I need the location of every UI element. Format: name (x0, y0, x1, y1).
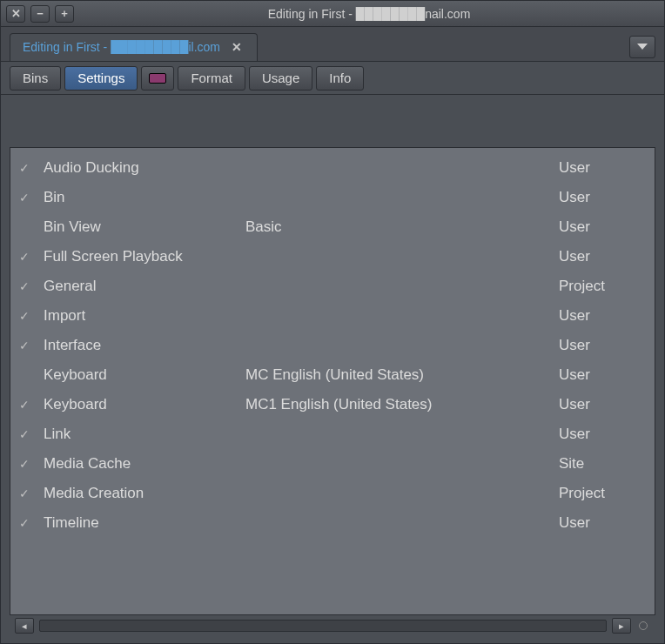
scroll-right-button[interactable]: ▸ (612, 618, 631, 634)
checkmark-icon: ✓ (19, 161, 44, 175)
setting-row[interactable]: Bin ViewBasicUser (19, 212, 646, 242)
tab-format[interactable]: Format (178, 66, 245, 91)
resize-grip[interactable] (636, 619, 650, 633)
scroll-left-button[interactable]: ◂ (15, 618, 34, 634)
checkmark-icon: ✓ (19, 339, 44, 352)
setting-value: MC English (United States) (245, 366, 559, 384)
setting-scope: User (559, 159, 646, 177)
checkmark-icon: ✓ (19, 427, 44, 441)
checkmark-icon: ✓ (19, 486, 44, 500)
setting-scope: User (559, 366, 646, 384)
tab-menu-button[interactable] (629, 36, 655, 58)
setting-name: Timeline (44, 514, 245, 532)
document-tab[interactable]: Editing in First - █████████il.com ✕ (10, 33, 258, 61)
setting-row[interactable]: KeyboardMC English (United States)User (19, 360, 646, 390)
checkmark-icon: ✓ (19, 398, 44, 412)
setting-scope: Project (559, 278, 646, 295)
setting-scope: User (559, 218, 646, 236)
setting-scope: Project (559, 485, 646, 502)
setting-name: Bin View (44, 218, 245, 236)
setting-row[interactable]: ✓InterfaceUser (19, 331, 646, 360)
checkmark-icon: ✓ (19, 516, 44, 530)
checkmark-icon: ✓ (19, 191, 44, 205)
setting-name: Media Creation (44, 485, 245, 502)
setting-row[interactable]: ✓Full Screen PlaybackUser (19, 242, 646, 272)
setting-row[interactable]: ✓Audio DuckingUser (19, 153, 646, 183)
maximize-window-button[interactable]: + (55, 5, 74, 23)
tab-close-icon[interactable]: ✕ (229, 40, 245, 54)
scroll-track[interactable] (39, 620, 607, 632)
document-tab-strip: Editing in First - █████████il.com ✕ (1, 27, 664, 62)
checkmark-icon: ✓ (19, 457, 44, 471)
window-title: Editing in First - ████████nail.com (79, 7, 659, 21)
setting-scope: User (559, 426, 646, 443)
setting-name: Import (44, 307, 245, 325)
setting-row[interactable]: ✓GeneralProject (19, 272, 646, 301)
document-tab-label: Editing in First - █████████il.com (23, 40, 220, 54)
settings-list: ✓Audio DuckingUser✓BinUserBin ViewBasicU… (10, 147, 655, 615)
tab-info[interactable]: Info (316, 66, 364, 91)
setting-name: Keyboard (44, 366, 245, 384)
setting-name: General (44, 278, 245, 295)
setting-value: Basic (245, 218, 559, 236)
minimize-window-button[interactable]: − (30, 5, 50, 23)
setting-scope: User (559, 189, 646, 206)
setting-row[interactable]: ✓BinUser (19, 183, 646, 212)
chevron-down-icon (637, 44, 648, 50)
setting-scope: User (559, 307, 646, 325)
setting-row[interactable]: ✓ImportUser (19, 301, 646, 331)
toolbar: Bins Settings Format Usage Info (1, 62, 664, 95)
setting-row[interactable]: ✓LinkUser (19, 419, 646, 449)
setting-name: Audio Ducking (44, 159, 245, 177)
setting-row[interactable]: ✓KeyboardMC1 English (United States)User (19, 390, 646, 419)
setting-scope: User (559, 396, 646, 413)
titlebar: ✕ − + Editing in First - ████████nail.co… (1, 1, 664, 27)
tab-usage[interactable]: Usage (249, 66, 312, 91)
close-window-button[interactable]: ✕ (6, 5, 25, 23)
setting-name: Link (44, 426, 245, 443)
content-area: ✓Audio DuckingUser✓BinUserBin ViewBasicU… (1, 95, 664, 643)
horizontal-scrollbar: ◂ ▸ (10, 615, 655, 636)
setting-value: MC1 English (United States) (245, 396, 559, 413)
setting-name: Interface (44, 337, 245, 354)
checkmark-icon: ✓ (19, 309, 44, 323)
tab-bins[interactable]: Bins (10, 66, 61, 91)
project-window: ✕ − + Editing in First - ████████nail.co… (0, 0, 665, 644)
setting-scope: User (559, 337, 646, 354)
setting-name: Media Cache (44, 455, 245, 473)
fast-menu-icon (149, 73, 166, 84)
setting-name: Full Screen Playback (44, 248, 245, 265)
fast-menu-button[interactable] (141, 66, 174, 91)
setting-scope: User (559, 248, 646, 265)
setting-row[interactable]: ✓Media CacheSite (19, 449, 646, 479)
tab-settings[interactable]: Settings (64, 66, 138, 91)
setting-name: Bin (44, 189, 245, 206)
setting-scope: Site (559, 455, 646, 473)
checkmark-icon: ✓ (19, 279, 44, 293)
setting-row[interactable]: ✓TimelineUser (19, 508, 646, 538)
setting-scope: User (559, 514, 646, 532)
setting-name: Keyboard (44, 396, 245, 413)
setting-row[interactable]: ✓Media CreationProject (19, 479, 646, 508)
checkmark-icon: ✓ (19, 250, 44, 264)
